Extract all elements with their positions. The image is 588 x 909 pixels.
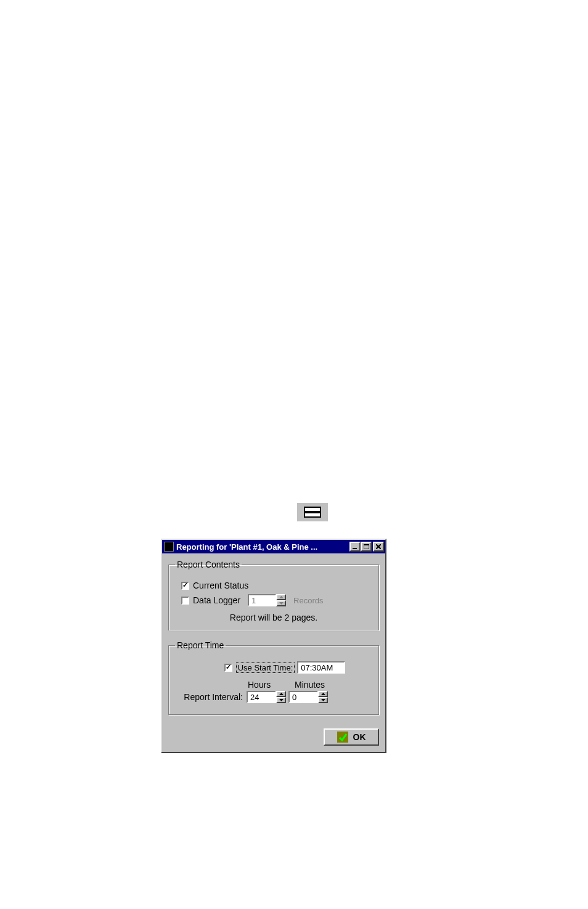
window-title: Reporting for 'Plant #1, Oak & Pine ... xyxy=(176,542,349,552)
svg-rect-0 xyxy=(304,507,321,512)
svg-marker-9 xyxy=(279,693,284,695)
ok-button-label: OK xyxy=(353,732,366,742)
svg-marker-12 xyxy=(321,699,325,701)
titlebar[interactable]: Reporting for 'Plant #1, Oak & Pine ... xyxy=(162,540,385,553)
svg-marker-11 xyxy=(321,693,325,695)
hours-spin-up[interactable] xyxy=(276,691,286,697)
hours-spin-down[interactable] xyxy=(276,697,286,703)
svg-marker-7 xyxy=(279,596,284,598)
records-label: Records xyxy=(293,596,323,605)
records-spin-up xyxy=(276,594,286,600)
minutes-spin-up[interactable] xyxy=(318,691,328,697)
svg-marker-8 xyxy=(279,602,284,605)
minimize-button[interactable] xyxy=(349,542,361,552)
current-status-label: Current Status xyxy=(193,581,248,590)
minutes-column-label: Minutes xyxy=(295,680,325,690)
hours-spinner xyxy=(247,691,286,703)
data-logger-label: Data Logger xyxy=(193,595,240,605)
system-menu-icon[interactable] xyxy=(164,542,174,552)
use-start-time-checkbox[interactable] xyxy=(224,664,232,672)
current-status-checkbox[interactable] xyxy=(181,582,189,590)
toolbar-stack-icon xyxy=(297,503,328,521)
minutes-spin-down[interactable] xyxy=(318,697,328,703)
report-time-legend: Report Time xyxy=(175,640,226,650)
data-logger-records-input xyxy=(248,594,276,606)
close-button[interactable] xyxy=(373,542,384,552)
maximize-button[interactable] xyxy=(361,542,372,552)
data-logger-records-spinner xyxy=(248,594,286,606)
report-contents-group: Report Contents Current Status Data Logg… xyxy=(168,560,379,630)
report-contents-legend: Report Contents xyxy=(175,560,242,569)
reporting-dialog: Reporting for 'Plant #1, Oak & Pine ... … xyxy=(161,539,386,753)
checkmark-icon xyxy=(337,732,348,743)
start-time-input[interactable] xyxy=(297,661,345,674)
svg-rect-4 xyxy=(364,544,369,545)
ok-button[interactable]: OK xyxy=(324,728,379,746)
report-time-group: Report Time Use Start Time: Hours Minute… xyxy=(168,640,379,715)
minutes-spinner xyxy=(288,691,328,703)
svg-rect-2 xyxy=(353,548,357,549)
hours-column-label: Hours xyxy=(248,680,295,690)
records-spin-down xyxy=(276,600,286,606)
svg-marker-10 xyxy=(279,699,284,701)
report-interval-label: Report Interval: xyxy=(175,692,243,702)
svg-rect-1 xyxy=(304,513,321,517)
data-logger-checkbox[interactable] xyxy=(181,597,189,605)
report-pages-summary: Report will be 2 pages. xyxy=(175,613,372,622)
minutes-input[interactable] xyxy=(288,691,318,703)
use-start-time-label: Use Start Time: xyxy=(236,662,295,673)
hours-input[interactable] xyxy=(247,691,276,703)
